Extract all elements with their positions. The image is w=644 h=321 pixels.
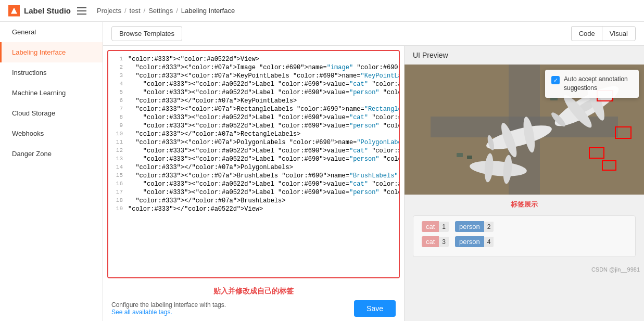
preview-image: ✓ Auto accept annotation suggestions (405, 65, 644, 195)
sidebar-item-cloud-storage[interactable]: Cloud Storage (0, 103, 103, 123)
code-line-6: 6 "color:#333"></"color:#07a">KeyPointLa… (108, 97, 399, 105)
main-content: Browse Templates Code Visual 1"color:#33… (103, 22, 644, 321)
app-title: Label Studio (24, 6, 71, 15)
code-editor-area: 1"color:#333"><"color:#a0522d">View>2 "c… (103, 46, 405, 321)
code-footer-text-area: Configure the labeling interface with ta… (111, 301, 226, 316)
see-all-tags-link[interactable]: See all available tags. (111, 309, 172, 316)
main-layout: General Labeling Interface Instructions … (0, 22, 644, 321)
code-editor[interactable]: 1"color:#333"><"color:#a0522d">View>2 "c… (107, 50, 400, 278)
labels-section: 标签展示 cat 1 person 2 (405, 195, 644, 264)
label-row-2: cat 3 person 4 (422, 236, 627, 247)
code-line-15: 15 "color:#333"><"color:#07a">BrushLabel… (108, 172, 399, 180)
label-row-1: cat 1 person 2 (422, 221, 627, 232)
visual-button[interactable]: Visual (602, 26, 636, 41)
code-footer: Configure the labeling interface with ta… (103, 296, 404, 321)
svg-rect-17 (467, 156, 472, 159)
logo-icon (8, 5, 20, 17)
code-line-3: 3 "color:#333"><"color:#07a">KeyPointLab… (108, 72, 399, 80)
code-line-19: 19"color:#333"></"color:#a0522d">View> (108, 205, 399, 213)
breadcrumb: Projects / test / Settings / Labeling In… (97, 7, 235, 15)
breadcrumb-sep1: / (124, 7, 127, 15)
breadcrumb-sep3: / (176, 7, 178, 15)
code-line-17: 17 "color:#333"><"color:#a0522d">Label "… (108, 188, 399, 197)
browse-templates-button[interactable]: Browse Templates (111, 26, 182, 41)
breadcrumb-test[interactable]: test (130, 7, 141, 15)
sidebar-item-general[interactable]: General (0, 22, 103, 42)
save-button[interactable]: Save (354, 300, 396, 317)
code-visual-toggle: Code Visual (571, 26, 636, 41)
sidebar-item-danger-zone[interactable]: Danger Zone (0, 144, 103, 164)
breadcrumb-current: Labeling Interface (181, 7, 235, 15)
sidebar-item-instructions[interactable]: Instructions (0, 62, 103, 83)
code-line-16: 16 "color:#333"><"color:#a0522d">Label "… (108, 180, 399, 188)
label-person-4: person 4 (455, 236, 494, 247)
code-footer-row: Configure the labeling interface with ta… (111, 300, 396, 317)
sidebar: General Labeling Interface Instructions … (0, 22, 103, 321)
auto-accept-panel: ✓ Auto accept annotation suggestions (545, 70, 639, 98)
code-line-7: 7 "color:#333"><"color:#07a">RectangleLa… (108, 105, 399, 113)
code-line-8: 8 "color:#333"><"color:#a0522d">Label "c… (108, 113, 399, 122)
app-logo: Label Studio (8, 5, 71, 17)
label-person-2: person 2 (455, 221, 494, 232)
preview-header: UI Preview (405, 46, 644, 65)
auto-accept-checkbox[interactable]: ✓ (551, 76, 560, 84)
breadcrumb-settings[interactable]: Settings (148, 7, 173, 15)
topbar: Label Studio Projects / test / Settings … (0, 0, 644, 22)
labels-title: 标签展示 (409, 198, 640, 211)
content-split: 1"color:#333"><"color:#a0522d">View>2 "c… (103, 46, 644, 321)
label-cat-3: cat 3 (422, 236, 449, 247)
code-line-12: 12 "color:#333"><"color:#a0522d">Label "… (108, 147, 399, 155)
code-line-11: 11 "color:#333"><"color:#07a">PolygonLab… (108, 138, 399, 147)
sidebar-item-labeling-interface[interactable]: Labeling Interface (0, 42, 103, 62)
preview-image-container: ✓ Auto accept annotation suggestions (405, 65, 644, 195)
code-line-14: 14 "color:#333"></"color:#07a">PolygonLa… (108, 163, 399, 172)
breadcrumb-sep2: / (144, 7, 146, 15)
label-cat-1: cat 1 (422, 221, 449, 232)
code-line-5: 5 "color:#333"><"color:#a0522d">Label "c… (108, 88, 399, 97)
breadcrumb-projects[interactable]: Projects (97, 7, 121, 15)
label-boxes-area: cat 1 person 2 cat 3 (413, 215, 636, 257)
preview-panel: UI Preview (405, 46, 644, 321)
watermark: CSDN @jin__9981 (405, 264, 644, 275)
code-line-9: 9 "color:#333"><"color:#a0522d">Label "c… (108, 122, 399, 130)
code-line-13: 13 "color:#333"><"color:#a0522d">Label "… (108, 155, 399, 163)
code-line-1: 1"color:#333"><"color:#a0522d">View> (108, 55, 399, 63)
auto-accept-text: Auto accept annotation suggestions (564, 75, 633, 93)
code-button[interactable]: Code (571, 26, 602, 41)
code-footer-text: Configure the labeling interface with ta… (111, 301, 226, 309)
code-line-2: 2 "color:#333"><"color:#07a">Image "colo… (108, 63, 399, 72)
code-line-10: 10 "color:#333"></"color:#07a">Rectangle… (108, 130, 399, 138)
code-line-4: 4 "color:#333"><"color:#a0522d">Label "c… (108, 80, 399, 88)
sidebar-item-machine-learning[interactable]: Machine Learning (0, 83, 103, 103)
sidebar-item-webhooks[interactable]: Webhooks (0, 123, 103, 144)
hamburger-menu[interactable] (75, 5, 89, 17)
svg-rect-16 (457, 153, 463, 157)
toolbar: Browse Templates Code Visual (103, 22, 644, 46)
code-line-18: 18 "color:#333"></"color:#07a">BrushLabe… (108, 197, 399, 205)
annotation-paste-text: 贴入并修改成自己的标签 (103, 283, 404, 296)
